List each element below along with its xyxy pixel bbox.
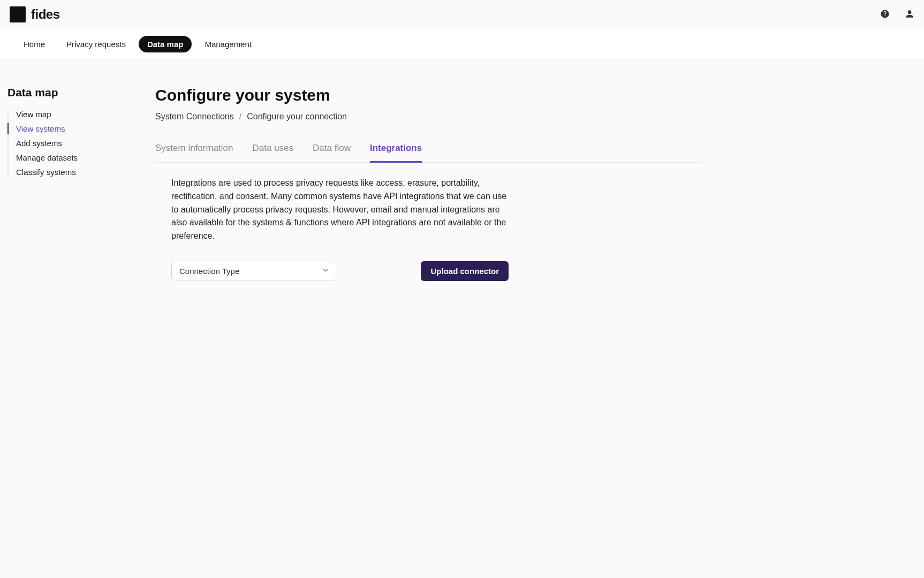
nav-tab-management[interactable]: Management [196,36,260,52]
nav-tab-data-map[interactable]: Data map [139,36,192,52]
breadcrumb-item-1[interactable]: System Connections [155,112,234,121]
sidebar-list: View map View systems Add systems Manage… [7,110,126,177]
tab-integrations[interactable]: Integrations [370,143,422,163]
tab-data-flow[interactable]: Data flow [313,143,351,163]
connection-type-select[interactable]: Connection Type [171,262,337,280]
integrations-controls: Connection Type Upload connector [155,261,509,281]
breadcrumb: System Connections / Configure your conn… [155,112,701,121]
page-title: Configure your system [155,86,701,104]
sidebar-item-classify-systems[interactable]: Classify systems [16,168,126,177]
sidebar-title: Data map [7,86,126,99]
content-tabs: System information Data uses Data flow I… [155,143,701,163]
logo[interactable]: fides [10,6,60,22]
connection-type-select-label: Connection Type [179,267,239,276]
user-icon[interactable] [905,9,914,20]
upload-connector-button[interactable]: Upload connector [421,261,509,281]
app-header: fides [0,0,924,29]
chevron-down-icon [322,267,329,276]
sidebar-item-manage-datasets[interactable]: Manage datasets [16,153,126,162]
sidebar: Data map View map View systems Add syste… [0,59,134,292]
logo-mark [10,6,26,22]
breadcrumb-separator: / [239,112,241,121]
logo-text: fides [31,7,60,22]
breadcrumb-item-2: Configure your connection [247,112,347,121]
nav-tab-privacy-requests[interactable]: Privacy requests [58,36,134,52]
tab-data-uses[interactable]: Data uses [253,143,294,163]
tab-system-information[interactable]: System information [155,143,233,163]
integrations-description: Integrations are used to process privacy… [155,177,509,243]
nav-tab-home[interactable]: Home [15,36,54,52]
main-content: Configure your system System Connections… [134,59,723,292]
sidebar-item-view-systems[interactable]: View systems [16,124,126,133]
header-actions [880,9,914,20]
sidebar-item-add-systems[interactable]: Add systems [16,139,126,148]
help-icon[interactable] [880,9,890,20]
primary-nav: Home Privacy requests Data map Managemen… [0,29,924,59]
sidebar-item-view-map[interactable]: View map [16,110,126,119]
